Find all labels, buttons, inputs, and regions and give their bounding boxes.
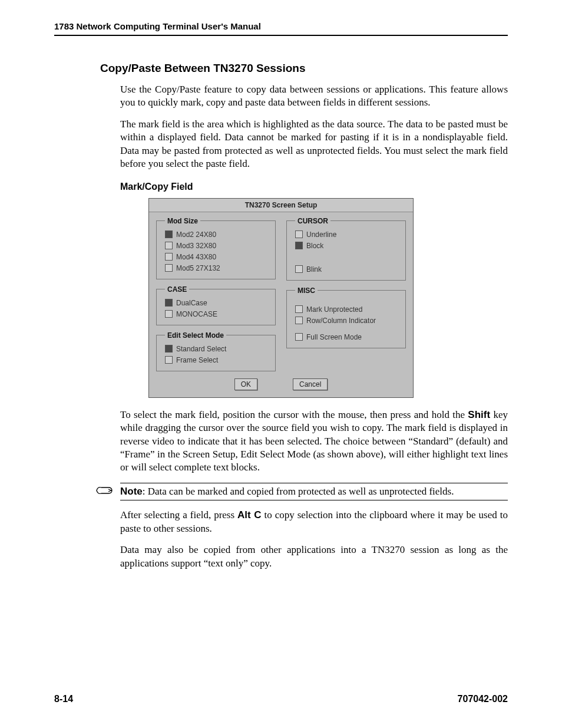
note-block: Note: Data can be marked and copied from…: [120, 483, 508, 500]
mark-copy-subheading: Mark/Copy Field: [120, 182, 508, 192]
cursor-legend: CURSOR: [295, 217, 330, 225]
full-screen-option[interactable]: Full Screen Mode: [295, 333, 399, 341]
checkbox-icon: [165, 264, 173, 272]
checkbox-icon: [165, 299, 173, 307]
altc-key-label: Alt C: [237, 509, 261, 521]
frame-select-option[interactable]: Frame Select: [165, 356, 269, 364]
underline-option[interactable]: Underline: [295, 230, 399, 239]
mod-size-group: Mod Size Mod2 24X80 Mod3 32X80 Mod4 43X8…: [156, 217, 276, 279]
intro-paragraph-1: Use the Copy/Paste feature to copy data …: [120, 83, 508, 110]
instruction-paragraph-altc: After selecting a field, press Alt C to …: [120, 509, 508, 535]
edit-select-group: Edit Select Mode Standard Select Frame S…: [156, 331, 276, 371]
note-hand-icon: [95, 485, 113, 496]
checkbox-icon: [295, 230, 303, 238]
page-number: 8-14: [54, 694, 73, 704]
checkbox-icon: [295, 265, 303, 273]
screen-setup-dialog: TN3270 Screen Setup Mod Size Mod2 24X80 …: [148, 198, 414, 398]
checkbox-icon: [165, 356, 173, 364]
screen-setup-figure: TN3270 Screen Setup Mod Size Mod2 24X80 …: [148, 198, 414, 398]
row-column-option[interactable]: Row/Column Indicator: [295, 317, 399, 325]
checkbox-icon: [165, 230, 173, 238]
mod-size-legend: Mod Size: [165, 217, 200, 225]
ok-button[interactable]: OK: [234, 378, 257, 390]
blink-option[interactable]: Blink: [295, 265, 399, 274]
case-legend: CASE: [165, 285, 189, 294]
mod3-option[interactable]: Mod3 32X80: [165, 242, 269, 250]
standard-select-option[interactable]: Standard Select: [165, 345, 269, 353]
mod2-option[interactable]: Mod2 24X80: [165, 230, 269, 239]
doc-number: 707042-002: [458, 694, 508, 704]
checkbox-icon: [165, 242, 173, 249]
cursor-group: CURSOR Underline Block Blink: [286, 217, 406, 281]
checkbox-icon: [295, 242, 303, 249]
edit-select-legend: Edit Select Mode: [165, 331, 226, 340]
misc-legend: MISC: [295, 286, 318, 295]
dialog-title: TN3270 Screen Setup: [149, 199, 413, 212]
checkbox-icon: [295, 305, 303, 313]
block-option[interactable]: Block: [295, 242, 399, 250]
dualcase-option[interactable]: DualCase: [165, 299, 269, 307]
checkbox-icon: [165, 253, 173, 261]
instruction-paragraph-other-apps: Data may also be copied from other appli…: [120, 543, 508, 570]
running-head: 1783 Network Computing Terminal User's M…: [54, 21, 508, 36]
mark-unprotected-option[interactable]: Mark Unprotected: [295, 305, 399, 314]
cancel-button[interactable]: Cancel: [293, 378, 328, 390]
shift-key-label: Shift: [468, 409, 490, 420]
checkbox-icon: [295, 333, 303, 341]
checkbox-icon: [295, 317, 303, 324]
intro-paragraph-2: The mark field is the area which is high…: [120, 118, 508, 171]
section-title: Copy/Paste Between TN3270 Sessions: [100, 62, 508, 75]
instruction-paragraph-shift: To select the mark field, position the c…: [120, 409, 508, 475]
checkbox-icon: [165, 345, 173, 353]
misc-group: MISC Mark Unprotected Row/Column Indicat…: [286, 286, 406, 348]
mod4-option[interactable]: Mod4 43X80: [165, 253, 269, 261]
case-group: CASE DualCase MONOCASE: [156, 285, 276, 325]
monocase-option[interactable]: MONOCASE: [165, 310, 269, 318]
checkbox-icon: [165, 310, 173, 318]
mod5-option[interactable]: Mod5 27X132: [165, 264, 269, 272]
